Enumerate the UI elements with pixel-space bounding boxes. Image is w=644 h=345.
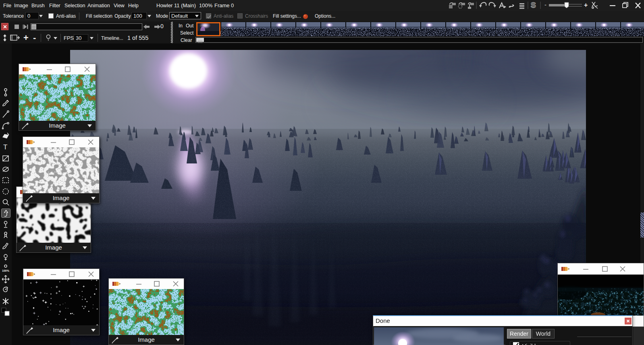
svg-text:+: +: [584, 2, 588, 8]
svg-text:S: S: [531, 1, 536, 9]
svg-text:-: -: [544, 1, 546, 8]
svg-text:100%: 100%: [2, 269, 10, 272]
svg-text:T: T: [3, 143, 7, 151]
